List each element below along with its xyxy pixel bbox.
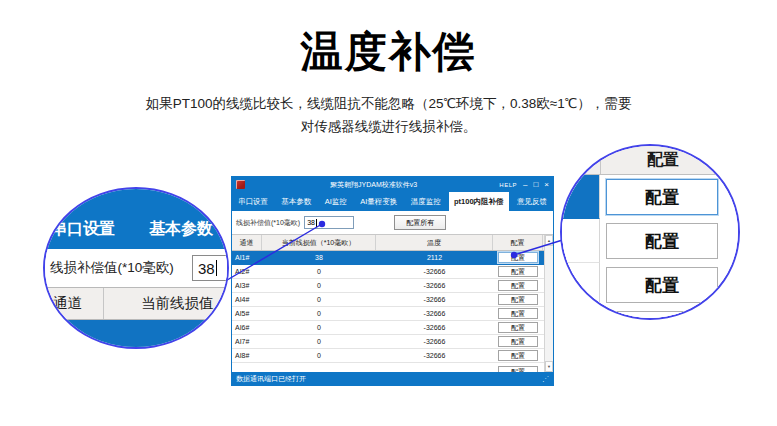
status-text: 数据通讯端口已经打开 [236, 374, 306, 384]
loss-compensation-label: 线损补偿值(*10毫欧) [236, 218, 300, 228]
row-fragment [562, 307, 600, 320]
magnified-tab-basic: 基本参数 [149, 219, 213, 240]
window-title: 聚英翱翔JYDAM校准软件v3 [248, 180, 499, 190]
temperature-cell: -32666 [376, 279, 493, 292]
loss-compensation-input[interactable]: 38 [304, 216, 354, 229]
loss-cell: 0 [262, 279, 376, 292]
magnified-header-channel: 通道 [53, 288, 82, 319]
toolbar: 线损补偿值(*10毫欧) 38 配置所有 [232, 211, 553, 234]
configure-button[interactable]: 配置 [498, 336, 538, 347]
loss-cell: 0 [262, 349, 376, 362]
channel-cell: AI1# [232, 251, 262, 264]
configure-all-button[interactable]: 配置所有 [394, 215, 446, 230]
configure-cell: 配置 [493, 293, 543, 306]
configure-cell: 配置 [493, 307, 543, 320]
magnified-header-loss: 当前线损值 [141, 288, 214, 319]
table-row[interactable]: AI6#0-32666配置 [232, 321, 553, 335]
temperature-cell: -32666 [376, 265, 493, 278]
temperature-cell: -32666 [376, 293, 493, 306]
status-bar: 数据通讯端口已经打开 ⋰ [232, 372, 553, 385]
header-channel: 通道 [232, 235, 262, 250]
page-description: 如果PT100的线缆比较长，线缆阻抗不能忽略（25℃环境下，0.38欧≈1℃），… [0, 92, 777, 138]
magnified-row-selected: 配置 [562, 175, 738, 219]
tab-ai-monitor[interactable]: AI监控 [320, 192, 352, 211]
description-line-1: 如果PT100的线缆比较长，线缆阻抗不能忽略（25℃环境下，0.38欧≈1℃），… [146, 96, 631, 111]
resize-grip-icon[interactable]: ⋰ [542, 375, 549, 383]
page-title: 温度补偿 [0, 24, 777, 80]
configure-button[interactable]: 配置 [498, 322, 538, 333]
magnified-header-configure: 配置 [600, 146, 726, 174]
magnified-toolbar: 线损补偿值(*10毫欧) 38 [45, 249, 227, 287]
tab-basic-params[interactable]: 基本参数 [276, 192, 316, 211]
help-button[interactable]: HELP [499, 182, 517, 188]
magnified-configure-button: 配置 [606, 311, 718, 320]
column-divider [103, 288, 104, 319]
temperature-cell: 2112 [376, 251, 493, 264]
text-caret [316, 219, 317, 227]
temperature-cell: -32666 [376, 321, 493, 334]
table-row[interactable]: AI5#0-32666配置 [232, 307, 553, 321]
magnified-text-caret [216, 260, 217, 276]
configure-cell: 配置 [493, 279, 543, 292]
page: 温度补偿 如果PT100的线缆比较长，线缆阻抗不能忽略（25℃环境下，0.38欧… [0, 0, 777, 426]
table-row[interactable]: AI8#0-32666配置 [232, 349, 553, 363]
magnified-row-partial: 配置 [562, 307, 738, 320]
table-row[interactable]: AI7#0-32666配置 [232, 335, 553, 349]
configure-button[interactable]: 配置 [498, 252, 538, 263]
configure-cell: 配置 [493, 321, 543, 334]
configure-button[interactable]: 配置 [498, 266, 538, 277]
magnified-tab-bar: 串口设置 基本参数 [45, 189, 227, 249]
scroll-down-icon[interactable]: ▼ [545, 361, 553, 372]
partial-table-row: 配置 [232, 363, 553, 372]
tab-ai-range-convert[interactable]: AI量程变换 [355, 192, 402, 211]
channel-cell: AI2# [232, 265, 262, 278]
titlebar: 聚英翱翔JYDAM校准软件v3 HELP – □ × [232, 177, 553, 192]
minimize-icon[interactable]: – [523, 181, 527, 189]
loss-cell: 0 [262, 265, 376, 278]
magnified-selected-row [45, 320, 227, 349]
table-row[interactable]: AI3#0-32666配置 [232, 279, 553, 293]
table-body: AI1#382112配置AI2#0-32666配置AI3#0-32666配置AI… [232, 251, 553, 363]
configure-cell: 配置 [493, 251, 543, 264]
row-fragment [562, 175, 600, 219]
configure-cell: 配置 [493, 349, 543, 362]
configure-button[interactable]: 配置 [498, 294, 538, 305]
channel-table: 通道 当前线损值（*10毫欧） 温度 配置 AI1#382112配置AI2#0-… [232, 234, 553, 372]
row-fragment [562, 219, 600, 263]
magnified-loss-input: 38 [192, 255, 229, 281]
configure-cell: 配置 [493, 335, 543, 348]
channel-cell: AI3# [232, 279, 262, 292]
scroll-up-icon[interactable]: ▲ [545, 235, 553, 246]
configure-button[interactable]: 配置 [498, 366, 538, 372]
configure-button[interactable]: 配置 [498, 280, 538, 291]
vertical-scrollbar[interactable]: ▲ ▼ [544, 235, 553, 372]
channel-cell: AI8# [232, 349, 262, 362]
loss-cell: 0 [262, 321, 376, 334]
magnified-tab-serial: 串口设置 [51, 219, 115, 240]
loss-cell: 0 [262, 335, 376, 348]
maximize-icon[interactable]: □ [533, 181, 538, 189]
magnified-configure-button: 配置 [606, 179, 718, 215]
magnified-row: 配置 [562, 263, 738, 307]
tab-temperature-monitor[interactable]: 温度监控 [406, 192, 446, 211]
magnified-loss-value: 38 [198, 260, 215, 277]
table-row[interactable]: AI2#0-32666配置 [232, 265, 553, 279]
magnified-row: 配置 [562, 219, 738, 263]
table-row[interactable]: AI4#0-32666配置 [232, 293, 553, 307]
configure-button[interactable]: 配置 [498, 308, 538, 319]
magnified-table-header: 通道 当前线损值 [45, 287, 227, 320]
tab-feedback[interactable]: 意见反馈 [512, 192, 552, 211]
configure-button[interactable]: 配置 [498, 350, 538, 361]
table-row[interactable]: AI1#382112配置 [232, 251, 553, 265]
channel-cell: AI4# [232, 293, 262, 306]
channel-cell: AI6# [232, 321, 262, 334]
channel-cell: AI5# [232, 307, 262, 320]
channel-cell: AI7# [232, 335, 262, 348]
tab-bar: 串口设置基本参数AI监控AI量程变换温度监控pt100内阻补偿意见反馈 [232, 192, 553, 211]
magnified-configure-header: 配置 [562, 146, 738, 175]
tab-pt100-compensation[interactable]: pt100内阻补偿 [449, 192, 509, 211]
tab-serial-settings[interactable]: 串口设置 [233, 192, 273, 211]
left-magnifier: 串口设置 基本参数 线损补偿值(*10毫欧) 38 通道 当前线损值 [43, 187, 229, 349]
loss-cell: 38 [262, 251, 376, 264]
close-icon[interactable]: × [544, 181, 549, 189]
